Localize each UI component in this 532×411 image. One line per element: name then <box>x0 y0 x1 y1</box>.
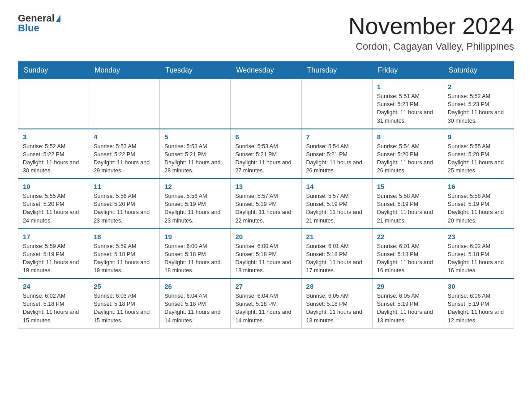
calendar-cell: 21Sunrise: 6:01 AM Sunset: 5:18 PM Dayli… <box>301 229 372 279</box>
day-number: 26 <box>164 283 226 290</box>
day-info: Sunrise: 5:54 AM Sunset: 5:21 PM Dayligh… <box>306 142 368 175</box>
day-info: Sunrise: 5:55 AM Sunset: 5:20 PM Dayligh… <box>448 142 509 175</box>
calendar-cell: 13Sunrise: 5:57 AM Sunset: 5:19 PM Dayli… <box>231 179 301 229</box>
day-info: Sunrise: 5:51 AM Sunset: 5:23 PM Dayligh… <box>377 92 438 125</box>
day-number: 29 <box>377 283 438 290</box>
calendar-header-sunday: Sunday <box>18 62 89 79</box>
day-number: 22 <box>377 233 438 240</box>
day-number: 11 <box>94 183 155 190</box>
calendar-table: SundayMondayTuesdayWednesdayThursdayFrid… <box>18 61 514 329</box>
calendar-cell: 11Sunrise: 5:56 AM Sunset: 5:20 PM Dayli… <box>89 179 160 229</box>
calendar-cell: 26Sunrise: 6:04 AM Sunset: 5:18 PM Dayli… <box>160 278 231 328</box>
calendar-cell: 27Sunrise: 6:04 AM Sunset: 5:18 PM Dayli… <box>231 278 301 328</box>
day-info: Sunrise: 6:05 AM Sunset: 5:18 PM Dayligh… <box>306 292 368 325</box>
day-info: Sunrise: 6:00 AM Sunset: 5:18 PM Dayligh… <box>164 242 226 275</box>
day-number: 1 <box>377 83 438 90</box>
calendar-cell: 20Sunrise: 6:00 AM Sunset: 5:18 PM Dayli… <box>231 229 301 279</box>
day-info: Sunrise: 5:56 AM Sunset: 5:19 PM Dayligh… <box>164 192 226 225</box>
day-info: Sunrise: 6:05 AM Sunset: 5:19 PM Dayligh… <box>377 292 438 325</box>
day-info: Sunrise: 5:53 AM Sunset: 5:22 PM Dayligh… <box>94 142 155 175</box>
calendar-header-friday: Friday <box>372 62 443 79</box>
calendar-header-row: SundayMondayTuesdayWednesdayThursdayFrid… <box>18 62 514 79</box>
calendar-cell <box>231 79 301 129</box>
day-info: Sunrise: 6:02 AM Sunset: 5:18 PM Dayligh… <box>448 242 509 275</box>
day-number: 19 <box>164 233 226 240</box>
day-number: 20 <box>235 233 296 240</box>
day-number: 5 <box>164 133 226 141</box>
day-info: Sunrise: 5:59 AM Sunset: 5:19 PM Dayligh… <box>23 242 84 275</box>
week-row-2: 3Sunrise: 5:52 AM Sunset: 5:22 PM Daylig… <box>18 129 514 179</box>
calendar-cell: 16Sunrise: 5:58 AM Sunset: 5:19 PM Dayli… <box>443 179 514 229</box>
calendar-cell: 1Sunrise: 5:51 AM Sunset: 5:23 PM Daylig… <box>372 79 443 129</box>
calendar-cell: 4Sunrise: 5:53 AM Sunset: 5:22 PM Daylig… <box>89 129 160 179</box>
page-header: General Blue November 2024 Cordon, Cagay… <box>18 13 514 52</box>
calendar-cell: 19Sunrise: 6:00 AM Sunset: 5:18 PM Dayli… <box>160 229 231 279</box>
calendar-cell: 10Sunrise: 5:55 AM Sunset: 5:20 PM Dayli… <box>18 179 89 229</box>
calendar-cell: 24Sunrise: 6:02 AM Sunset: 5:18 PM Dayli… <box>18 278 89 328</box>
calendar-cell: 3Sunrise: 5:52 AM Sunset: 5:22 PM Daylig… <box>18 129 89 179</box>
calendar-cell: 22Sunrise: 6:01 AM Sunset: 5:18 PM Dayli… <box>372 229 443 279</box>
calendar-cell: 30Sunrise: 6:06 AM Sunset: 5:19 PM Dayli… <box>443 278 514 328</box>
week-row-3: 10Sunrise: 5:55 AM Sunset: 5:20 PM Dayli… <box>18 179 514 229</box>
day-number: 23 <box>448 233 509 240</box>
day-info: Sunrise: 5:58 AM Sunset: 5:19 PM Dayligh… <box>448 192 509 225</box>
day-number: 14 <box>306 183 368 190</box>
day-number: 8 <box>377 133 438 141</box>
calendar-cell <box>89 79 160 129</box>
week-row-4: 17Sunrise: 5:59 AM Sunset: 5:19 PM Dayli… <box>18 229 514 279</box>
day-info: Sunrise: 5:57 AM Sunset: 5:19 PM Dayligh… <box>306 192 368 225</box>
day-number: 18 <box>94 233 155 240</box>
day-number: 15 <box>377 183 438 190</box>
calendar-cell: 6Sunrise: 5:53 AM Sunset: 5:21 PM Daylig… <box>231 129 301 179</box>
calendar-header-monday: Monday <box>89 62 160 79</box>
calendar-cell: 17Sunrise: 5:59 AM Sunset: 5:19 PM Dayli… <box>18 229 89 279</box>
logo-blue-text: Blue <box>18 23 39 33</box>
calendar-cell: 8Sunrise: 5:54 AM Sunset: 5:20 PM Daylig… <box>372 129 443 179</box>
title-block: November 2024 Cordon, Cagayan Valley, Ph… <box>348 13 514 52</box>
day-number: 13 <box>235 183 296 190</box>
day-info: Sunrise: 6:01 AM Sunset: 5:18 PM Dayligh… <box>377 242 438 275</box>
calendar-cell <box>18 79 89 129</box>
calendar-cell: 14Sunrise: 5:57 AM Sunset: 5:19 PM Dayli… <box>301 179 372 229</box>
day-info: Sunrise: 5:57 AM Sunset: 5:19 PM Dayligh… <box>235 192 296 225</box>
calendar-cell <box>301 79 372 129</box>
calendar-cell: 9Sunrise: 5:55 AM Sunset: 5:20 PM Daylig… <box>443 129 514 179</box>
day-info: Sunrise: 6:04 AM Sunset: 5:18 PM Dayligh… <box>164 292 226 325</box>
logo: General Blue <box>18 13 60 33</box>
day-info: Sunrise: 6:06 AM Sunset: 5:19 PM Dayligh… <box>448 292 509 325</box>
calendar-cell: 18Sunrise: 5:59 AM Sunset: 5:18 PM Dayli… <box>89 229 160 279</box>
day-number: 7 <box>306 133 368 141</box>
calendar-cell: 25Sunrise: 6:03 AM Sunset: 5:18 PM Dayli… <box>89 278 160 328</box>
calendar-cell: 2Sunrise: 5:52 AM Sunset: 5:23 PM Daylig… <box>443 79 514 129</box>
calendar-header-wednesday: Wednesday <box>231 62 301 79</box>
calendar-cell: 5Sunrise: 5:53 AM Sunset: 5:21 PM Daylig… <box>160 129 231 179</box>
day-number: 12 <box>164 183 226 190</box>
day-info: Sunrise: 5:58 AM Sunset: 5:19 PM Dayligh… <box>377 192 438 225</box>
calendar-header-tuesday: Tuesday <box>160 62 231 79</box>
day-number: 21 <box>306 233 368 240</box>
day-info: Sunrise: 5:53 AM Sunset: 5:21 PM Dayligh… <box>235 142 296 175</box>
day-number: 6 <box>235 133 296 141</box>
day-info: Sunrise: 6:00 AM Sunset: 5:18 PM Dayligh… <box>235 242 296 275</box>
location-title: Cordon, Cagayan Valley, Philippines <box>348 41 514 52</box>
day-number: 17 <box>23 233 84 240</box>
day-number: 2 <box>448 83 509 90</box>
day-info: Sunrise: 5:52 AM Sunset: 5:23 PM Dayligh… <box>448 92 509 125</box>
calendar-header-thursday: Thursday <box>301 62 372 79</box>
day-info: Sunrise: 6:03 AM Sunset: 5:18 PM Dayligh… <box>94 292 155 325</box>
day-number: 10 <box>23 183 84 190</box>
day-number: 9 <box>448 133 509 141</box>
day-info: Sunrise: 6:01 AM Sunset: 5:18 PM Dayligh… <box>306 242 368 275</box>
calendar-cell: 12Sunrise: 5:56 AM Sunset: 5:19 PM Dayli… <box>160 179 231 229</box>
day-number: 30 <box>448 283 509 290</box>
calendar-header-saturday: Saturday <box>443 62 514 79</box>
day-number: 4 <box>94 133 155 141</box>
calendar-cell: 28Sunrise: 6:05 AM Sunset: 5:18 PM Dayli… <box>301 278 372 328</box>
logo-general-text: General <box>18 13 55 23</box>
day-info: Sunrise: 5:56 AM Sunset: 5:20 PM Dayligh… <box>94 192 155 225</box>
day-number: 16 <box>448 183 509 190</box>
day-info: Sunrise: 5:55 AM Sunset: 5:20 PM Dayligh… <box>23 192 84 225</box>
calendar-cell: 29Sunrise: 6:05 AM Sunset: 5:19 PM Dayli… <box>372 278 443 328</box>
day-number: 28 <box>306 283 368 290</box>
day-info: Sunrise: 5:54 AM Sunset: 5:20 PM Dayligh… <box>377 142 438 175</box>
